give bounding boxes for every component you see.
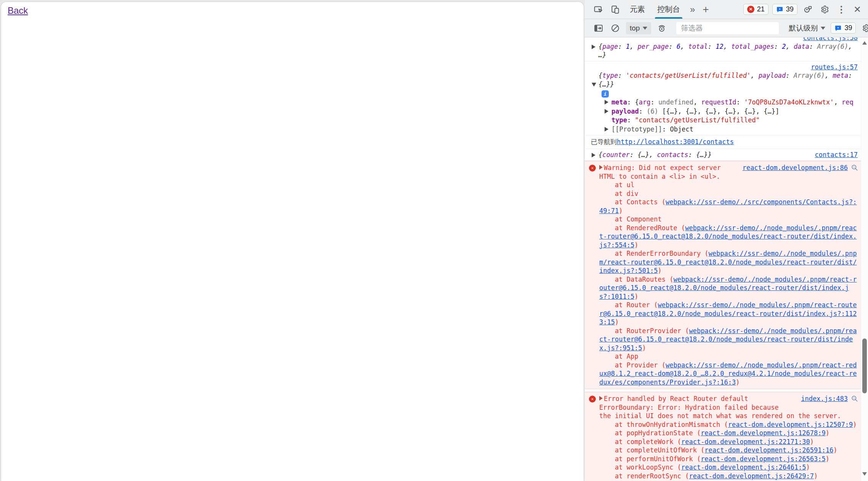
tab-console[interactable]: 控制台 bbox=[651, 0, 686, 19]
stack-frame: at completeUnitOfWork (react-dom.develop… bbox=[599, 446, 858, 455]
object-preview[interactable]: type: "contacts/getUserList/fulfilled" bbox=[611, 116, 760, 124]
token: , bbox=[630, 43, 637, 50]
stack-frame: at RouterProvider (webpack://ssr-demo/./… bbox=[599, 327, 858, 353]
log-levels-dropdown[interactable]: 默认级别 bbox=[789, 23, 825, 33]
stack-frame-link[interactable]: react-dom.development.js:26461:5 bbox=[681, 463, 806, 471]
stack-frame-link[interactable]: webpack://ssr-demo/./node_modules/.pnpm/… bbox=[599, 327, 857, 352]
more-tabs-icon[interactable]: » bbox=[686, 4, 699, 15]
token: payload bbox=[759, 72, 786, 79]
token: { bbox=[598, 43, 602, 50]
token: , bbox=[693, 98, 701, 106]
console-row-error: react-dom.development.js:86Warning: Did … bbox=[585, 161, 861, 389]
error-count-badge[interactable]: 21 bbox=[743, 4, 769, 15]
token: meta bbox=[611, 98, 627, 106]
back-link[interactable]: Back bbox=[8, 5, 28, 16]
console-scrollbar[interactable] bbox=[861, 37, 868, 481]
object-preview[interactable]: {counter: {…}, contacts: {…}} bbox=[598, 151, 712, 159]
message-count-badge[interactable]: 39 bbox=[772, 4, 797, 15]
scroll-down-arrow-icon[interactable] bbox=[862, 472, 867, 476]
object-preview[interactable]: payload: (6) [{…}, {…}, {…}, {…}, {…}, {… bbox=[611, 107, 779, 115]
close-devtools-icon[interactable]: ✕ bbox=[850, 4, 865, 15]
disclosure-triangle-icon[interactable] bbox=[605, 100, 608, 104]
settings-gear-icon[interactable] bbox=[820, 5, 829, 14]
user-feedback-icon[interactable] bbox=[803, 5, 813, 14]
token: req bbox=[842, 98, 854, 106]
source-link[interactable]: contacts.js:58 bbox=[803, 37, 858, 42]
scrollbar-thumb[interactable] bbox=[862, 338, 867, 393]
console-messages: contacts.js:58{page: 1, per_page: 6, tot… bbox=[585, 37, 868, 481]
message-bubble-icon bbox=[776, 6, 783, 13]
stack-frame-link[interactable]: react-dom.development.js:12507:9 bbox=[728, 421, 853, 428]
source-link[interactable]: react-dom.development.js:86 bbox=[743, 164, 848, 172]
token: : bbox=[809, 43, 817, 50]
stack-frame: at ul bbox=[599, 181, 858, 189]
console-message-count-badge[interactable]: 39 bbox=[831, 22, 856, 34]
source-location: routes.js:57 bbox=[811, 63, 858, 72]
magnifier-icon[interactable] bbox=[851, 164, 858, 172]
disclosure-triangle-icon[interactable] bbox=[592, 153, 595, 157]
chevron-down-icon bbox=[821, 27, 825, 30]
token: counter bbox=[602, 151, 630, 159]
console-row: payload: (6) [{…}, {…}, {…}, {…}, {…}, {… bbox=[604, 107, 858, 116]
more-options-icon[interactable]: ⋮ bbox=[833, 4, 850, 15]
object-preview[interactable]: {page: 1, per_page: 6, total: 12, total_… bbox=[598, 42, 858, 59]
token: arg bbox=[639, 98, 651, 106]
stack-frame-link[interactable]: react-dom.development.js:26429:7 bbox=[689, 472, 814, 480]
console-settings-gear-icon[interactable] bbox=[861, 23, 868, 33]
console-row: routes.js:57{type: 'contacts/getUserList… bbox=[591, 63, 858, 98]
disclosure-triangle-icon[interactable] bbox=[592, 45, 595, 49]
navigation-text: 已导航到 bbox=[591, 138, 617, 146]
stack-frame-link[interactable]: webpack://ssr-demo/./node_modules/.pnpm/… bbox=[599, 224, 857, 249]
source-link[interactable]: contacts:17 bbox=[815, 151, 858, 159]
object-preview[interactable]: {type: 'contacts/getUserList/fulfilled',… bbox=[598, 71, 858, 88]
token: type bbox=[611, 116, 627, 124]
stack-frame-link[interactable]: webpack://ssr-demo/./node_modules/.pnpm/… bbox=[599, 301, 857, 326]
device-toolbar-icon[interactable] bbox=[610, 5, 620, 14]
token: , bbox=[834, 98, 842, 106]
live-expression-eye-icon[interactable] bbox=[657, 23, 667, 33]
source-link[interactable]: index.js:483 bbox=[801, 395, 848, 402]
info-icon[interactable] bbox=[602, 90, 609, 98]
error-message-line: index.js:483Error handled by React Route… bbox=[599, 394, 858, 420]
token: payload bbox=[611, 107, 639, 115]
stack-frame: at popHydrationState (react-dom.developm… bbox=[599, 429, 858, 438]
token: [[Prototype]] bbox=[611, 125, 662, 133]
stack-frame-link[interactable]: webpack://ssr-demo/./node_modules/.pnpm/… bbox=[599, 276, 857, 300]
disclosure-triangle-icon[interactable] bbox=[599, 396, 603, 401]
console-sidebar-toggle-icon[interactable] bbox=[594, 23, 603, 33]
token: contacts bbox=[657, 151, 688, 159]
disclosure-triangle-icon[interactable] bbox=[592, 83, 596, 87]
stack-frame-link[interactable]: react-dom.development.js:12678:9 bbox=[701, 429, 826, 437]
stack-frame-link[interactable]: react-dom.development.js:26563:5 bbox=[701, 455, 826, 463]
token: Object bbox=[670, 125, 693, 133]
source-link[interactable]: routes.js:57 bbox=[811, 63, 858, 71]
clear-console-icon[interactable] bbox=[610, 23, 620, 33]
console-filter-input[interactable] bbox=[676, 22, 779, 34]
stack-frame-link[interactable]: webpack://ssr-demo/./node_modules/.pnpm/… bbox=[599, 361, 857, 386]
stack-frame-link[interactable]: webpack://ssr-demo/./src/components/Cont… bbox=[599, 198, 857, 215]
token: : bbox=[639, 107, 647, 115]
navigation-url-link[interactable]: http://localhost:3001/contacts bbox=[617, 138, 734, 146]
token: , bbox=[825, 72, 833, 79]
console-row-log: contacts.js:58{page: 1, per_page: 6, tot… bbox=[585, 37, 861, 61]
stack-frame-link[interactable]: react-dom.development.js:26591:16 bbox=[704, 446, 833, 454]
inspect-element-icon[interactable] bbox=[594, 5, 603, 14]
stack-frame-link[interactable]: react-dom.development.js:22171:30 bbox=[681, 438, 810, 446]
error-icon bbox=[747, 6, 754, 13]
object-preview[interactable]: [[Prototype]]: Object bbox=[611, 125, 693, 133]
scroll-up-arrow-icon[interactable] bbox=[862, 41, 867, 45]
token: } bbox=[610, 80, 614, 88]
tab-elements[interactable]: 元素 bbox=[624, 0, 651, 19]
disclosure-triangle-icon[interactable] bbox=[605, 127, 608, 131]
magnifier-icon[interactable] bbox=[851, 395, 858, 402]
disclosure-triangle-icon[interactable] bbox=[599, 165, 603, 170]
token: '7oQP8uZsD7a4oKLzknwtx' bbox=[744, 98, 834, 106]
token: meta bbox=[833, 72, 848, 79]
console-row-log: contacts:17{counter: {…}, contacts: {…}} bbox=[585, 149, 861, 161]
js-context-selector[interactable]: top bbox=[626, 22, 651, 34]
message-bubble-icon bbox=[834, 24, 842, 32]
new-tab-icon[interactable]: + bbox=[699, 3, 712, 16]
object-preview[interactable]: meta: {arg: undefined, requestId: '7oQP8… bbox=[611, 98, 854, 106]
disclosure-triangle-icon[interactable] bbox=[605, 109, 608, 114]
stack-frame-link[interactable]: webpack://ssr-demo/./node_modules/.pnpm/… bbox=[599, 250, 857, 274]
